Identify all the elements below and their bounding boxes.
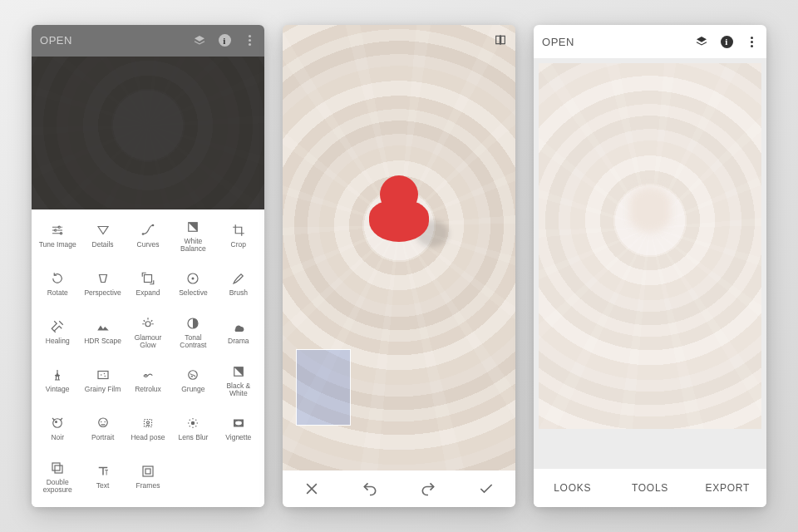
image-preview xyxy=(32,57,264,209)
tab-looks[interactable]: LOOKS xyxy=(534,482,611,494)
tool-curves[interactable]: Curves xyxy=(126,213,170,259)
svg-rect-35 xyxy=(52,463,60,470)
svg-rect-37 xyxy=(143,466,153,476)
tool-tonal-contrast[interactable]: Tonal Contrast xyxy=(170,309,215,356)
healed-region xyxy=(629,185,671,234)
tool-drama[interactable]: Drama xyxy=(216,309,261,356)
svg-point-27 xyxy=(193,418,195,420)
svg-point-20 xyxy=(101,421,102,423)
tool-crop[interactable]: Crop xyxy=(216,213,261,259)
info-icon[interactable] xyxy=(218,34,231,47)
edit-bottom-bar xyxy=(283,470,515,507)
svg-point-14 xyxy=(104,376,106,377)
svg-point-32 xyxy=(195,426,197,427)
svg-point-34 xyxy=(234,421,242,426)
screen-tools-panel: OPEN Tune Image Details Curves White Bal… xyxy=(32,25,264,507)
edit-canvas[interactable] xyxy=(283,25,515,470)
svg-point-26 xyxy=(197,423,199,425)
tool-rotate[interactable]: Rotate xyxy=(35,261,80,308)
more-icon[interactable] xyxy=(745,35,758,48)
layers-icon[interactable] xyxy=(695,35,708,48)
tool-head-pose[interactable]: Head pose xyxy=(126,406,170,452)
screen-home: OPEN LOOKS TOOLS EXPORT xyxy=(534,25,766,507)
tool-noir[interactable]: Noir xyxy=(35,406,80,452)
tool-details[interactable]: Details xyxy=(80,213,125,259)
tab-tools[interactable]: TOOLS xyxy=(611,482,688,494)
tool-double-exposure[interactable]: Double exposure xyxy=(35,454,80,500)
svg-rect-11 xyxy=(98,372,108,379)
screen-healing-editor xyxy=(283,25,515,507)
tool-selective[interactable]: Selective xyxy=(170,261,215,308)
selection-box[interactable] xyxy=(296,349,351,426)
tool-brush[interactable]: Brush xyxy=(216,261,261,308)
tool-perspective[interactable]: Perspective xyxy=(80,261,125,308)
svg-point-21 xyxy=(104,421,106,423)
compare-icon[interactable] xyxy=(494,33,507,47)
tool-grainy-film[interactable]: Grainy Film xyxy=(80,357,125,404)
tool-healing[interactable]: Healing xyxy=(35,309,80,356)
tool-black-white[interactable]: Black & White xyxy=(216,357,261,404)
tool-portrait[interactable]: Portrait xyxy=(80,406,125,452)
tool-grunge[interactable]: Grunge xyxy=(170,357,215,404)
svg-point-31 xyxy=(190,426,191,427)
layers-icon[interactable] xyxy=(193,34,206,47)
tab-export[interactable]: EXPORT xyxy=(689,482,766,494)
apply-button[interactable] xyxy=(468,470,505,507)
main-bottom-bar: LOOKS TOOLS EXPORT xyxy=(534,469,766,507)
tool-hdr-scape[interactable]: HDR Scape xyxy=(80,309,125,356)
svg-point-24 xyxy=(191,421,195,426)
svg-point-29 xyxy=(190,420,191,421)
tool-retrolux[interactable]: Retrolux xyxy=(126,357,170,404)
tools-grid: Tune Image Details Curves White Balance … xyxy=(32,209,264,507)
image-viewport[interactable] xyxy=(534,58,766,469)
info-icon[interactable] xyxy=(720,35,733,48)
svg-point-30 xyxy=(195,420,197,421)
svg-point-12 xyxy=(101,375,102,377)
svg-rect-39 xyxy=(496,36,500,43)
svg-rect-6 xyxy=(144,275,151,283)
tool-expand[interactable]: Expand xyxy=(126,261,170,308)
redo-button[interactable] xyxy=(410,470,446,507)
svg-point-9 xyxy=(145,321,150,326)
masked-subject xyxy=(369,175,429,249)
tool-white-balance[interactable]: White Balance xyxy=(170,213,215,259)
undo-button[interactable] xyxy=(352,470,388,507)
open-button[interactable]: OPEN xyxy=(542,36,574,48)
svg-point-8 xyxy=(192,278,195,280)
svg-point-13 xyxy=(103,373,105,375)
tool-vignette[interactable]: Vignette xyxy=(216,406,261,452)
svg-point-25 xyxy=(188,423,190,425)
svg-point-17 xyxy=(53,419,62,428)
tool-text[interactable]: Text xyxy=(80,454,125,500)
svg-point-23 xyxy=(146,421,149,424)
tool-vintage[interactable]: Vintage xyxy=(35,357,80,404)
tool-glamour-glow[interactable]: Glamour Glow xyxy=(126,309,170,356)
tool-lens-blur[interactable]: Lens Blur xyxy=(170,406,215,452)
svg-rect-38 xyxy=(145,469,150,474)
topbar: OPEN xyxy=(534,25,766,58)
tool-frames[interactable]: Frames xyxy=(126,454,170,500)
svg-point-19 xyxy=(98,418,107,427)
photo-placeholder xyxy=(539,63,761,429)
svg-point-28 xyxy=(193,427,195,429)
photo-placeholder xyxy=(32,57,264,209)
svg-rect-36 xyxy=(55,466,62,473)
open-button[interactable]: OPEN xyxy=(40,34,72,47)
result-image xyxy=(539,63,761,429)
svg-point-1 xyxy=(55,229,57,231)
cancel-button[interactable] xyxy=(293,470,330,507)
svg-rect-22 xyxy=(144,420,151,427)
tool-tune-image[interactable]: Tune Image xyxy=(35,213,80,259)
svg-rect-40 xyxy=(501,36,505,43)
more-icon[interactable] xyxy=(243,34,256,47)
svg-point-0 xyxy=(58,226,60,228)
svg-point-18 xyxy=(55,421,57,423)
topbar: OPEN xyxy=(32,25,264,57)
